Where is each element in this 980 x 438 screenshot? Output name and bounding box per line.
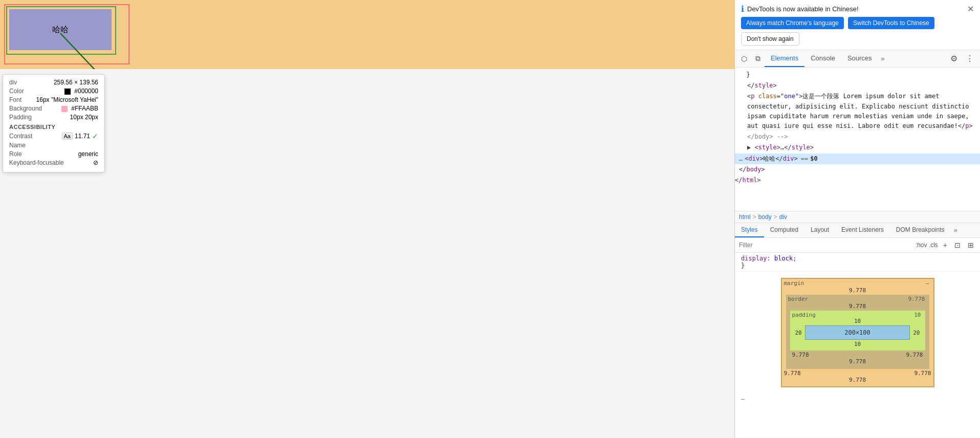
contrast-label: Contrast <box>9 133 32 140</box>
padding-left-val: 20 <box>792 330 805 336</box>
box-model: margin – 9.778 border 9.778 9.778 <box>735 272 980 393</box>
margin-top-val: 9.778 <box>849 287 866 294</box>
html-tree[interactable]: } </style> <p class="one">这是一个段落 Lorem i… <box>735 68 980 211</box>
bg-color-swatch <box>61 106 68 112</box>
tree-line: </style> <box>735 80 980 91</box>
page-preview: 哈哈 <box>0 0 734 69</box>
equals-sign: == <box>801 154 808 164</box>
dont-show-button[interactable]: Don't show again <box>741 32 799 46</box>
element-size: 259.56 × 139.56 <box>54 79 98 86</box>
tree-line-selected[interactable]: … <div>哈哈</div> == $0 <box>735 154 980 164</box>
dollar-zero: $0 <box>810 154 817 164</box>
role-label: Role <box>9 150 22 158</box>
margin-left-val: 9.778 <box>784 370 801 377</box>
tree-line: } <box>735 70 980 80</box>
tab-dom-breakpoints[interactable]: DOM Breakpoints <box>890 223 951 237</box>
padding-val-label: 10 <box>914 312 921 318</box>
css-code: display: block; } <box>735 253 980 272</box>
match-language-button[interactable]: Always match Chrome's language <box>741 17 844 29</box>
content-box: 200×100 <box>805 325 910 340</box>
devtools-notification: ℹ DevTools is now available in Chinese! … <box>735 0 980 50</box>
breadcrumb: html > body > div <box>735 211 980 223</box>
background-label: Background <box>9 105 42 112</box>
padding-label: padding <box>792 312 816 318</box>
tab-layout[interactable]: Layout <box>804 223 835 237</box>
tree-line: </body> <box>735 164 980 175</box>
css-brace: } <box>741 262 745 269</box>
font-label: Font <box>9 96 21 103</box>
accessibility-header: ACCESSIBILITY <box>9 124 98 130</box>
tab-event-listeners[interactable]: Event Listeners <box>835 223 890 237</box>
tab-more[interactable]: » <box>878 51 888 67</box>
padding-top-val: 10 <box>854 318 861 324</box>
filter-meta[interactable]: :hov .cls <box>916 242 938 249</box>
font-value: 16px "Microsoft YaHei" <box>36 96 98 103</box>
breadcrumb-div[interactable]: div <box>779 213 787 221</box>
color-swatch <box>64 89 71 95</box>
border-bottom-val: 9.778 <box>849 358 866 365</box>
background-value: #FFAABB <box>61 105 98 112</box>
margin-label: margin <box>784 280 804 287</box>
padding-label: Padding <box>9 114 32 121</box>
devtools-panel: ℹ DevTools is now available in Chinese! … <box>734 0 980 438</box>
toggle-classes-icon[interactable]: ⊡ <box>952 240 963 250</box>
tree-line: </html> <box>735 175 980 186</box>
padding-bottom-val: 10 <box>854 341 861 347</box>
devtools-tabs: ⬡ ⧉ Elements Console Sources » ⚙ ⋮ <box>735 50 980 68</box>
info-icon: ℹ <box>741 4 744 14</box>
styles-tabs: Styles Computed Layout Event Listeners D… <box>735 223 980 238</box>
inspect-element-icon[interactable]: ⬡ <box>737 52 751 66</box>
breadcrumb-html[interactable]: html <box>739 213 751 221</box>
close-notification-button[interactable]: ✕ <box>967 4 974 14</box>
tree-line: ▶ <style>…</style> <box>735 142 980 153</box>
display-prop: display <box>741 255 767 262</box>
border-label: border <box>788 296 809 302</box>
tree-line: </body> --> <box>735 132 980 142</box>
filter-bar: :hov .cls + ⊡ ⊞ <box>735 238 980 253</box>
breadcrumb-body[interactable]: body <box>758 213 772 221</box>
element-label: div <box>9 79 17 86</box>
tab-computed[interactable]: Computed <box>764 223 804 237</box>
border-val: 9.778 <box>908 296 925 302</box>
margin-bottom-val: 9.778 <box>849 377 866 383</box>
settings-icon[interactable]: ⚙ <box>946 51 962 67</box>
filter-input[interactable] <box>739 242 912 249</box>
tab-styles[interactable]: Styles <box>735 223 764 237</box>
contrast-value: Aa 11.71 ✓ <box>62 132 99 140</box>
bottom-dash: – <box>735 393 980 404</box>
border-top-val: 9.778 <box>849 303 866 310</box>
name-label: Name <box>9 142 26 149</box>
minus-label: – <box>741 396 745 402</box>
tree-line-p: <p class="one">这是一个段落 Lorem ipsum dolor … <box>735 91 980 132</box>
tab-sources[interactable]: Sources <box>841 50 878 67</box>
styles-panel: Styles Computed Layout Event Listeners D… <box>735 223 980 438</box>
role-value: generic <box>78 150 98 158</box>
padding-value: 10px 20px <box>70 114 98 121</box>
main-area: 哈哈 div 259.56 × 139.56 Color #000000 Fo <box>0 0 734 438</box>
add-style-icon[interactable]: + <box>941 240 949 250</box>
new-style-icon[interactable]: ⊞ <box>966 240 976 250</box>
ellipsis-icon: … <box>739 154 743 164</box>
aa-badge: Aa <box>62 133 73 140</box>
device-toolbar-icon[interactable]: ⧉ <box>751 51 765 66</box>
border-right-val: 9.778 <box>904 352 925 358</box>
styles-tab-more[interactable]: » <box>951 223 961 237</box>
bc-sep-1: > <box>753 213 756 221</box>
tab-elements[interactable]: Elements <box>765 50 804 67</box>
border-left-val: 9.778 <box>790 352 811 358</box>
more-options-icon[interactable]: ⋮ <box>962 51 978 67</box>
div-content-preview: 哈哈 <box>9 9 112 50</box>
notification-title: DevTools is now available in Chinese! <box>747 5 859 13</box>
color-value: #000000 <box>64 87 98 95</box>
display-val: block <box>774 255 793 262</box>
bc-sep-2: > <box>774 213 777 221</box>
tooltip-panel: div 259.56 × 139.56 Color #000000 Font 1… <box>3 74 105 172</box>
switch-chinese-button[interactable]: Switch DevTools to Chinese <box>848 17 934 29</box>
padding-right-val: 20 <box>910 330 923 336</box>
check-icon: ✓ <box>92 132 98 140</box>
margin-dash: – <box>926 280 929 287</box>
margin-right-val: 9.778 <box>914 370 931 377</box>
color-label: Color <box>9 87 24 95</box>
keyboard-label: Keyboard-focusable <box>9 159 64 166</box>
tab-console[interactable]: Console <box>804 50 841 67</box>
